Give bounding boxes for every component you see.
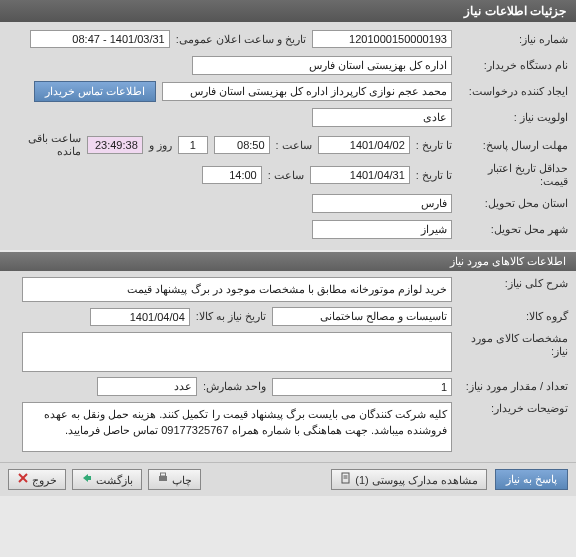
to-date-label-1: تا تاریخ : [416, 139, 452, 152]
window-title: جزئیات اطلاعات نیاز [464, 4, 566, 18]
spec-label: مشخصات کالای مورد نیاز: [458, 332, 568, 358]
group-label: گروه کالا: [458, 310, 568, 323]
need-number-field: 1201000150000193 [312, 30, 452, 48]
goods-section: شرح کلی نیاز: خرید لوازم موتورخانه مطابق… [0, 271, 576, 462]
printer-icon [157, 472, 169, 484]
reply-deadline-label: مهلت ارسال پاسخ: [458, 139, 568, 152]
delivery-city-label: شهر محل تحویل: [458, 223, 568, 236]
notes-label: توضیحات خریدار: [458, 402, 568, 415]
buyer-org-field: اداره کل بهزیستی استان فارس [192, 56, 452, 75]
back-button-label: بازگشت [96, 474, 133, 486]
min-validity-label: حداقل تاریخ اعتبار قیمت: [458, 162, 568, 188]
general-desc-field: خرید لوازم موتورخانه مطابق با مشخصات موج… [22, 277, 452, 302]
remaining-text: ساعت باقی مانده [8, 132, 81, 158]
requester-label: ایجاد کننده درخواست: [458, 85, 568, 98]
delivery-city-field: شیراز [312, 220, 452, 239]
to-date-label-2: تا تاریخ : [416, 169, 452, 182]
need-info-section: شماره نیاز: 1201000150000193 تاریخ و ساع… [0, 22, 576, 250]
time-label-1: ساعت : [276, 139, 312, 152]
time-label-2: ساعت : [268, 169, 304, 182]
qty-label: تعداد / مقدار مورد نیاز: [458, 380, 568, 393]
arrow-back-icon [81, 472, 93, 484]
exit-button[interactable]: خروج [8, 469, 66, 490]
print-button[interactable]: چاپ [148, 469, 201, 490]
footer-bar: پاسخ به نیاز مشاهده مدارک پیوستی (1) چاپ… [0, 462, 576, 496]
unit-field: عدد [97, 377, 197, 396]
window-title-bar: جزئیات اطلاعات نیاز [0, 0, 576, 22]
close-icon [17, 472, 29, 484]
attachments-button[interactable]: مشاهده مدارک پیوستی (1) [331, 469, 487, 490]
notes-field: کلیه شرکت کنندگان می بایست برگ پیشنهاد ق… [22, 402, 452, 452]
group-field: تاسیسات و مصالح ساختمانی [272, 307, 452, 326]
qty-field: 1 [272, 378, 452, 396]
goods-section-header: اطلاعات کالاهای مورد نیاز [0, 252, 576, 271]
back-button[interactable]: بازگشت [72, 469, 142, 490]
need-date-label: تاریخ نیاز به کالا: [196, 310, 266, 323]
general-desc-label: شرح کلی نیاز: [458, 277, 568, 290]
min-validity-date-field: 1401/04/31 [310, 166, 410, 184]
document-icon [340, 472, 352, 484]
need-number-label: شماره نیاز: [458, 33, 568, 46]
delivery-state-field: فارس [312, 194, 452, 213]
attachments-button-label: مشاهده مدارک پیوستی (1) [355, 474, 478, 486]
svg-rect-4 [161, 473, 166, 476]
reply-deadline-date-field: 1401/04/02 [318, 136, 410, 154]
min-validity-time-field: 14:00 [202, 166, 262, 184]
need-date-field: 1401/04/04 [90, 308, 190, 326]
spec-field [22, 332, 452, 372]
reply-deadline-time-field: 08:50 [214, 136, 270, 154]
unit-label: واحد شمارش: [203, 380, 266, 393]
days-label: روز و [149, 139, 172, 152]
print-button-label: چاپ [172, 474, 192, 486]
goods-section-title: اطلاعات کالاهای مورد نیاز [450, 255, 566, 267]
svg-rect-3 [159, 476, 167, 481]
requester-field: محمد عجم نوازی کارپرداز اداره کل بهزیستی… [162, 82, 452, 101]
priority-field: عادی [312, 108, 452, 127]
delivery-state-label: استان محل تحویل: [458, 197, 568, 210]
reply-button[interactable]: پاسخ به نیاز [495, 469, 568, 490]
time-remaining-field: 23:49:38 [87, 136, 143, 154]
exit-button-label: خروج [32, 474, 57, 486]
announce-datetime-label: تاریخ و ساعت اعلان عمومی: [176, 33, 306, 46]
announce-datetime-field: 1401/03/31 - 08:47 [30, 30, 170, 48]
buyer-org-label: نام دستگاه خریدار: [458, 59, 568, 72]
priority-label: اولویت نیاز : [458, 111, 568, 124]
days-remaining-field: 1 [178, 136, 208, 154]
buyer-contact-button[interactable]: اطلاعات تماس خریدار [34, 81, 156, 102]
